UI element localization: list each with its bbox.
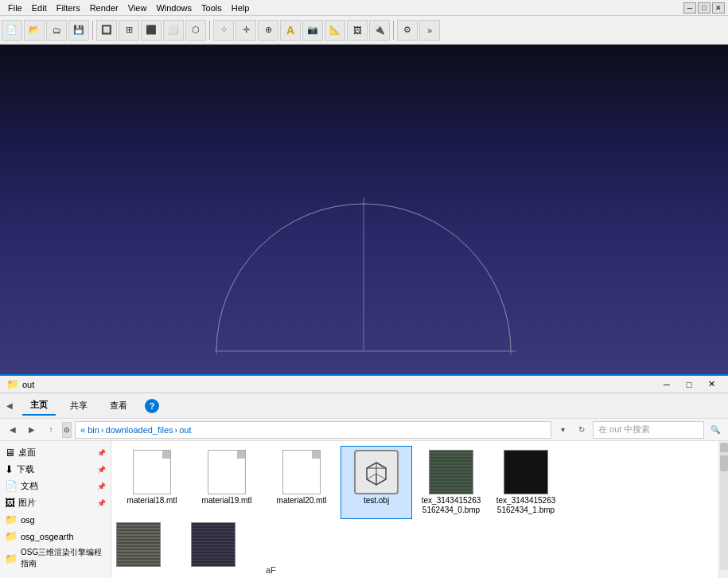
- file-item-test-obj[interactable]: test.obj: [341, 446, 412, 519]
- scroll-thumb[interactable]: [720, 455, 728, 471]
- file-item-material19[interactable]: material19.mtl: [191, 446, 263, 519]
- save-button[interactable]: 💾: [68, 20, 89, 41]
- file-label-test-obj: test.obj: [364, 496, 389, 506]
- svg-rect-1: [215, 196, 517, 355]
- toolbar-separator-2: [209, 21, 210, 40]
- bottom-thumb-1[interactable]: [116, 522, 188, 578]
- nav-back-icon: ◀: [6, 401, 13, 410]
- plugin-button[interactable]: 🔌: [369, 20, 390, 41]
- axes-button[interactable]: ✛: [236, 20, 256, 41]
- sidebar-item-pictures[interactable]: 🖼 图片 📌: [0, 494, 111, 511]
- explorer-close-button[interactable]: ✕: [701, 377, 722, 392]
- address-bar: ◀ ▶ ↑ ⊙ « bin › downloaded_files › out ▾…: [0, 419, 728, 441]
- obj-file-icon: [354, 450, 399, 494]
- sidebar-label-downloads: 下载: [17, 463, 34, 475]
- file-item-tex1[interactable]: tex_31434152635162434_1.bmp: [490, 446, 562, 519]
- file-label-material19: material19.mtl: [202, 496, 252, 506]
- smooth-render-button[interactable]: ⬜: [163, 20, 184, 41]
- svg-line-8: [376, 474, 386, 479]
- file-label-material20: material20.mtl: [277, 496, 327, 506]
- file-icon-tex1: [504, 450, 548, 494]
- menu-bar: File Edit Filters Render View Windows To…: [0, 0, 728, 16]
- menu-view[interactable]: View: [123, 3, 152, 13]
- tab-share[interactable]: 共享: [62, 396, 95, 415]
- menu-edit[interactable]: Edit: [27, 3, 52, 13]
- app-minimize-button[interactable]: ─: [683, 2, 696, 14]
- wireframe-button[interactable]: ⬡: [185, 20, 206, 41]
- menu-windows[interactable]: Windows: [151, 3, 197, 13]
- pin-icon-downloads: 📌: [97, 466, 106, 474]
- file-item-material18[interactable]: material18.mtl: [116, 446, 188, 519]
- sidebar-label-osgbook: OSG三维渲染引擎编程指南: [21, 547, 106, 569]
- camera-button[interactable]: 📷: [302, 20, 323, 41]
- path-dropdown-button[interactable]: ▾: [555, 422, 570, 438]
- path-separator-1: ›: [101, 425, 104, 435]
- nav-location-button[interactable]: ⊙: [62, 422, 72, 438]
- menu-tools[interactable]: Tools: [197, 3, 227, 13]
- path-bin[interactable]: « bin: [80, 425, 99, 435]
- sidebar-item-osgearth[interactable]: 📁 osg_osgearth: [0, 528, 111, 545]
- sidebar-item-downloads[interactable]: ⬇ 下载 📌: [0, 461, 111, 478]
- measure-button[interactable]: 📐: [325, 20, 345, 41]
- nav-up-button[interactable]: ↑: [43, 422, 59, 438]
- refresh-button[interactable]: ↻: [574, 422, 590, 438]
- search-box[interactable]: 在 out 中搜索: [593, 421, 704, 439]
- menu-render[interactable]: Render: [85, 3, 123, 13]
- file-label-material18: material18.mtl: [127, 496, 177, 506]
- menu-file[interactable]: File: [3, 3, 27, 13]
- pin-icon-desktop: 📌: [97, 449, 106, 457]
- screenshot-button[interactable]: 🖼: [347, 20, 368, 41]
- bottom-thumb-2[interactable]: [191, 522, 263, 578]
- sidebar-item-desktop[interactable]: 🖥 桌面 📌: [0, 444, 111, 461]
- app-window: File Edit Filters Render View Windows To…: [0, 0, 728, 374]
- label-a-button[interactable]: A: [280, 20, 301, 41]
- tab-view[interactable]: 查看: [102, 396, 135, 415]
- app-close-button[interactable]: ✕: [712, 2, 725, 14]
- points-button[interactable]: ⁘: [213, 20, 234, 41]
- path-out[interactable]: out: [179, 425, 191, 435]
- app-maximize-button[interactable]: □: [698, 2, 710, 14]
- viewport[interactable]: [0, 45, 728, 374]
- content-scrollbar[interactable]: ▲ ▼: [718, 441, 728, 578]
- toolbar-separator-3: [393, 21, 394, 40]
- file-item-tex0[interactable]: tex_31434152635162434_0.bmp: [415, 446, 487, 519]
- sphere-button[interactable]: ⊕: [258, 20, 278, 41]
- mesh-render-button[interactable]: 🔲: [96, 20, 117, 41]
- desktop-icon: 🖥: [5, 447, 15, 459]
- more-button[interactable]: »: [419, 20, 440, 41]
- sidebar-label-pictures: 图片: [18, 497, 36, 509]
- explorer-minimize-button[interactable]: ─: [656, 377, 677, 392]
- scroll-track: [720, 452, 728, 570]
- bottom-tex-icon-2: [191, 522, 236, 567]
- help-icon[interactable]: ?: [145, 399, 159, 413]
- pictures-icon: 🖼: [5, 497, 15, 509]
- box-svg: [362, 458, 391, 486]
- viewport-svg: [0, 45, 728, 374]
- tab-home[interactable]: 主页: [22, 396, 56, 416]
- search-icon[interactable]: 🔍: [707, 422, 723, 438]
- settings-button[interactable]: ⚙: [397, 20, 418, 41]
- file-explorer: 📁 out ─ □ ✕ ◀ 主页 共享 查看 ? ◀ ▶ ↑ ⊙ « bin ›…: [0, 374, 728, 578]
- file-item-material20[interactable]: material20.mtl: [266, 446, 337, 519]
- sidebar-item-osg[interactable]: 📁 osg: [0, 511, 111, 528]
- flat-render-button[interactable]: ⬛: [141, 20, 162, 41]
- path-downloaded[interactable]: downloaded_files: [106, 425, 173, 435]
- sidebar-item-osg-book[interactable]: 📁 OSG三维渲染引擎编程指南: [0, 545, 111, 572]
- explorer-maximize-button[interactable]: □: [679, 377, 699, 392]
- point-render-button[interactable]: ⊞: [119, 20, 139, 41]
- folder-icon-osgbook: 📁: [5, 553, 18, 564]
- file-icon-material20: [279, 450, 324, 494]
- folder-button[interactable]: 🗂: [46, 20, 67, 41]
- nav-forward-button[interactable]: ▶: [24, 422, 40, 438]
- file-icon-tex0: [429, 450, 473, 494]
- sidebar-item-documents[interactable]: 📄 文档 📌: [0, 478, 111, 494]
- menu-filters[interactable]: Filters: [52, 3, 85, 13]
- new-button[interactable]: 📄: [2, 20, 22, 41]
- menu-help[interactable]: Help: [227, 3, 255, 13]
- open-button[interactable]: 📂: [24, 20, 45, 41]
- bottom-tex-icon-1: [116, 522, 161, 567]
- address-path[interactable]: « bin › downloaded_files › out: [75, 421, 551, 439]
- nav-back-button[interactable]: ◀: [5, 422, 21, 438]
- pin-icon-documents: 📌: [97, 482, 106, 490]
- file-icon-material19: [204, 450, 249, 494]
